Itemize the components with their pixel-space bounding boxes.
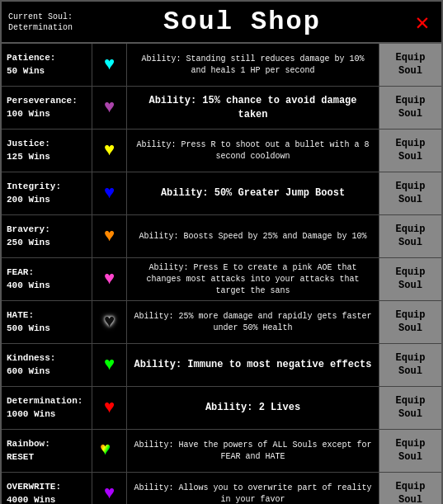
soul-name: Rainbow:RESET — [2, 430, 92, 472]
equip-soul-button[interactable]: EquipSoul — [379, 344, 441, 386]
soul-icon: ♥ — [92, 215, 127, 257]
soul-row: Determination:1000 Wins♥Ability: 2 Lives… — [2, 387, 441, 430]
soul-name: FEAR:400 Wins — [2, 258, 92, 300]
shop-title: Soul Shop — [82, 7, 402, 37]
soul-row: FEAR:400 Wins♥Ability: Press E to create… — [2, 258, 441, 301]
soul-row: Patience:50 Wins♥Ability: Standing still… — [2, 44, 441, 87]
soul-icon: ♥ — [92, 130, 127, 172]
heart-icon: ♥ — [104, 183, 115, 204]
soul-ability: Ability: 25% more damage and rapidly get… — [127, 301, 379, 343]
equip-soul-button[interactable]: EquipSoul — [379, 473, 441, 504]
equip-soul-button[interactable]: EquipSoul — [379, 130, 441, 172]
heart-icon: ♥ — [104, 398, 115, 418]
soul-icon: ♥ — [92, 301, 127, 343]
soul-icon: ♥ — [92, 430, 127, 472]
soul-ability: Ability: Immune to most negative effects — [127, 344, 379, 386]
heart-icon: ♥ — [104, 54, 115, 75]
soul-name: Perseverance:100 Wins — [2, 87, 92, 129]
soul-row: Justice:125 Wins♥Ability: Press R to sho… — [2, 130, 441, 172]
soul-ability: Ability: Boosts Speed by 25% and Damage … — [127, 215, 379, 257]
soul-name: HATE:500 Wins — [2, 301, 92, 343]
heart-icon: ♥ — [104, 140, 115, 161]
heart-icon: ♥ — [98, 436, 121, 465]
heart-icon: ♥ — [104, 97, 115, 118]
soul-name: Integrity:200 Wins — [2, 172, 92, 214]
soul-icon: ♥ — [92, 87, 127, 129]
soul-row: HATE:500 Wins♥Ability: 25% more damage a… — [2, 301, 441, 344]
heart-icon: ♥ — [104, 269, 115, 290]
current-soul-label: Current Soul: — [8, 12, 73, 21]
soul-ability: Ability: Allows you to overwrite part of… — [127, 473, 379, 504]
soul-row: OVERWRITE:4000 Wins♥Ability: Allows you … — [2, 473, 441, 504]
soul-icon: ♥ — [92, 387, 127, 429]
soul-ability: Ability: 15% chance to avoid damage take… — [127, 87, 379, 129]
soul-ability: Ability: Have the powers of ALL Souls ex… — [127, 430, 379, 472]
equip-soul-button[interactable]: EquipSoul — [379, 172, 441, 214]
heart-icon: ♥ — [104, 355, 115, 375]
equip-soul-button[interactable]: EquipSoul — [379, 387, 441, 429]
equip-soul-button[interactable]: EquipSoul — [379, 258, 441, 300]
shop-container: Current Soul: Determination Soul Shop ✕ … — [0, 0, 443, 504]
soul-name: Justice:125 Wins — [2, 130, 92, 172]
close-button[interactable]: ✕ — [410, 8, 435, 36]
equip-soul-button[interactable]: EquipSoul — [379, 87, 441, 129]
soul-row: Perseverance:100 Wins♥Ability: 15% chanc… — [2, 87, 441, 130]
soul-icon: ♥ — [92, 172, 127, 214]
heart-icon: ♥ — [104, 483, 115, 504]
soul-ability: Ability: Press E to create a pink AOE th… — [127, 258, 379, 300]
soul-ability: Ability: Standing still reduces damage b… — [127, 44, 379, 86]
heart-icon: ♥ — [104, 312, 115, 332]
current-soul-name: Determination — [8, 23, 73, 32]
shop-header: Current Soul: Determination Soul Shop ✕ — [2, 2, 441, 44]
equip-soul-button[interactable]: EquipSoul — [379, 44, 441, 86]
equip-soul-button[interactable]: EquipSoul — [379, 301, 441, 343]
soul-icon: ♥ — [92, 473, 127, 504]
equip-soul-button[interactable]: EquipSoul — [379, 215, 441, 257]
soul-name: Kindness:600 Wins — [2, 344, 92, 386]
soul-icon: ♥ — [92, 44, 127, 86]
soul-name: Bravery:250 Wins — [2, 215, 92, 257]
heart-icon: ♥ — [104, 226, 115, 247]
soul-icon: ♥ — [92, 344, 127, 386]
soul-name: Determination:1000 Wins — [2, 387, 92, 429]
soul-icon: ♥ — [92, 258, 127, 300]
soul-rows-container: Patience:50 Wins♥Ability: Standing still… — [2, 44, 441, 504]
soul-ability: Ability: 2 Lives — [127, 387, 379, 429]
equip-soul-button[interactable]: EquipSoul — [379, 430, 441, 472]
soul-row: Integrity:200 Wins♥Ability: 50% Greater … — [2, 172, 441, 215]
soul-name: Patience:50 Wins — [2, 44, 92, 86]
soul-row: Rainbow:RESET ♥ Ability: Have the powers… — [2, 430, 441, 473]
soul-name: OVERWRITE:4000 Wins — [2, 473, 92, 504]
svg-text:♥: ♥ — [100, 440, 111, 459]
current-soul-display: Current Soul: Determination — [8, 12, 74, 33]
soul-ability: Ability: 50% Greater Jump Boost — [127, 172, 379, 214]
soul-row: Kindness:600 Wins♥Ability: Immune to mos… — [2, 344, 441, 387]
soul-row: Bravery:250 Wins♥Ability: Boosts Speed b… — [2, 215, 441, 258]
soul-ability: Ability: Press R to shoot out a bullet w… — [127, 130, 379, 172]
